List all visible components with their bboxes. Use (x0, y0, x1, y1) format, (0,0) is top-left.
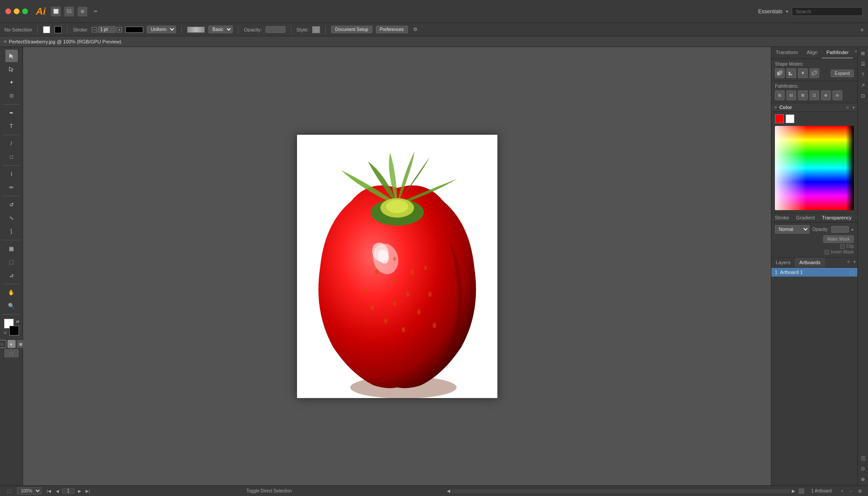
outline-icon[interactable]: ⊕ (821, 90, 831, 100)
color-section-menu[interactable]: ≡ (846, 105, 849, 110)
slice-tool[interactable]: ⊿ (5, 269, 18, 281)
drawing-modes-btn[interactable]: ⬚ (4, 349, 19, 357)
stroke-plus-btn[interactable]: + (117, 27, 122, 32)
essentials-chevron-icon[interactable]: ▾ (786, 9, 788, 14)
rectangle-tool[interactable]: □ (5, 151, 18, 163)
background-color[interactable] (9, 326, 19, 336)
layers-panel-collapse[interactable]: ▾ (852, 258, 857, 267)
horizontal-scrollbar[interactable] (452, 489, 790, 493)
lasso-tool[interactable]: ⊙ (5, 90, 18, 102)
prev-page-btn[interactable]: ◀ (54, 488, 61, 495)
close-button[interactable] (5, 8, 11, 14)
status-icon-left[interactable]: ⬚ (4, 487, 13, 496)
crop-icon[interactable]: ⊡ (809, 90, 819, 100)
cc-libraries-icon[interactable]: ⊡ (859, 91, 868, 100)
layers-panel-menu[interactable]: ≡ (845, 258, 852, 267)
next-page-btn[interactable]: ▶ (76, 488, 83, 495)
clip-checkbox[interactable] (840, 244, 845, 249)
unite-icon[interactable] (775, 68, 785, 78)
scale-tool[interactable]: ⤡ (5, 212, 18, 224)
divide-icon[interactable]: ⊞ (775, 90, 785, 100)
merge-icon[interactable]: ⊠ (798, 90, 808, 100)
magic-wand-tool[interactable]: ✦ (5, 76, 18, 89)
scroll-left-icon[interactable]: ◀ (447, 488, 450, 493)
blend-mode-select[interactable]: Normal (775, 225, 809, 234)
direct-selection-tool[interactable] (5, 63, 18, 75)
color-section-toggle[interactable]: ▼ Color ≡ ▾ (771, 103, 857, 112)
artboard-list-item[interactable]: 1 Artboard 1 ⬚ (771, 268, 857, 277)
artboards-tab[interactable]: Artboards (795, 258, 825, 267)
search-input[interactable] (792, 7, 863, 16)
hand-tool[interactable]: ✋ (5, 286, 18, 299)
zoom-tool[interactable]: 🔍 (5, 300, 18, 312)
minus-back-icon[interactable]: ⊖ (833, 90, 842, 100)
stroke-style-select[interactable]: Basic (208, 26, 233, 33)
grid-icon[interactable]: ⊞ (78, 7, 87, 16)
add-artboard-btn[interactable]: + (839, 488, 846, 495)
brush-icon[interactable]: ✏ (91, 7, 101, 16)
none-fill-icon[interactable]: □ (0, 340, 6, 348)
trim-icon[interactable]: ⊟ (786, 90, 796, 100)
scroll-right-icon[interactable]: ▶ (792, 488, 795, 493)
pen-tool[interactable]: ✒ (5, 107, 18, 119)
first-page-btn[interactable]: |◀ (45, 488, 52, 495)
stroke-swatch[interactable] (55, 26, 62, 33)
preferences-button[interactable]: Preferences (376, 26, 408, 33)
tab-transform[interactable]: Transform (771, 47, 802, 59)
color-section-collapse[interactable]: ▾ (852, 105, 855, 110)
color-background-swatch[interactable] (786, 114, 794, 123)
warp-tool[interactable]: ⟆ (5, 225, 18, 238)
color-fill-icon[interactable]: ■ (8, 340, 16, 348)
right-strip-bottom-3[interactable]: ⊕ (859, 475, 868, 484)
paintbrush-tool[interactable]: ⌇ (5, 168, 18, 180)
selection-tool[interactable] (5, 50, 18, 62)
reset-colors-icon[interactable]: ↺ (4, 331, 7, 335)
essentials-label[interactable]: Essentials (758, 8, 782, 15)
tab-align[interactable]: Align (802, 47, 822, 59)
document-setup-button[interactable]: Document Setup (331, 26, 372, 33)
opacity-input[interactable]: 100% (266, 26, 285, 33)
intersect-icon[interactable] (798, 68, 808, 78)
artboard-tool[interactable]: ⬚ (5, 256, 18, 268)
color-foreground-swatch[interactable] (775, 114, 784, 123)
panel-dock-icon[interactable]: ≡ (861, 27, 864, 32)
zoom-select[interactable]: 100% (17, 487, 42, 495)
minus-front-icon[interactable] (786, 68, 796, 78)
graph-tool[interactable]: ▦ (5, 242, 18, 255)
color-spectrum[interactable] (775, 126, 854, 210)
right-strip-bottom-2[interactable]: ⊙ (859, 464, 868, 473)
opacity-arrow-icon[interactable]: ▸ (852, 227, 854, 232)
exclude-icon[interactable] (809, 68, 819, 78)
options-more-icon[interactable]: ⚙ (413, 27, 418, 32)
remove-artboard-btn[interactable]: − (848, 488, 855, 495)
line-tool[interactable]: / (5, 137, 18, 150)
browse-icon[interactable]: S1 (64, 7, 74, 16)
artboard-target-icon[interactable]: ⬚ (850, 270, 854, 275)
new-doc-icon[interactable]: ⬜ (51, 7, 61, 16)
type-tool[interactable]: T (5, 120, 18, 133)
layers-tab[interactable]: Layers (771, 258, 795, 267)
stroke-minus-btn[interactable]: − (92, 27, 97, 32)
artboard-options-btn[interactable]: ⊞ (856, 488, 864, 495)
libraries-icon[interactable]: ☰ (859, 59, 868, 68)
right-strip-bottom-1[interactable]: ◫ (859, 453, 868, 462)
fill-swatch[interactable] (43, 26, 50, 33)
stroke-value-input[interactable] (98, 26, 116, 33)
stroke-type-select[interactable]: Uniform (147, 26, 176, 33)
maximize-button[interactable] (22, 8, 28, 14)
page-number-input[interactable] (62, 488, 74, 494)
asset-export-icon[interactable]: ↗ (859, 81, 868, 90)
properties-icon[interactable]: ⊞ (859, 49, 868, 58)
gradient-tab[interactable]: Gradient (793, 213, 818, 222)
swap-colors-icon[interactable]: ⇄ (16, 319, 20, 324)
last-page-btn[interactable]: ▶| (84, 488, 91, 495)
rotate-tool[interactable]: ↺ (5, 199, 18, 211)
tab-close-icon[interactable]: ✕ (4, 39, 7, 44)
stroke-tab[interactable]: Stroke (771, 213, 793, 222)
pencil-tool[interactable]: ✏ (5, 181, 18, 194)
scroll-corner[interactable] (799, 488, 804, 494)
expand-button[interactable]: Expand (831, 70, 854, 77)
learn-icon[interactable]: ? (859, 70, 868, 79)
make-mask-button[interactable]: Make Mask (823, 235, 854, 243)
artboard[interactable] (297, 135, 497, 398)
